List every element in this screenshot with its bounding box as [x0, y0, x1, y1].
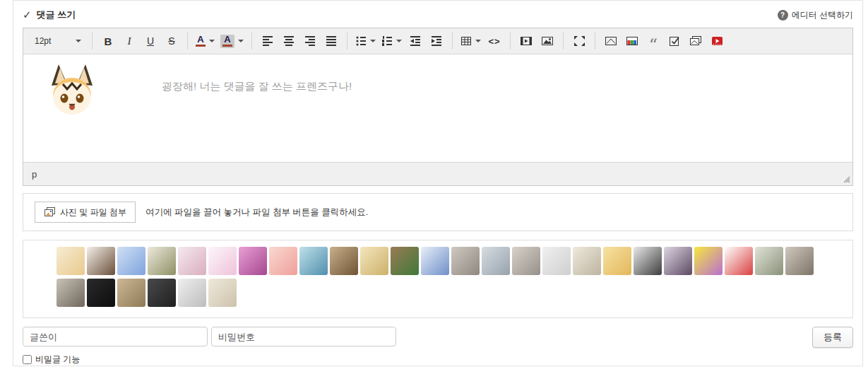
panel-header: ✓ 댓글 쓰기 ? 에디터 선택하기 — [23, 6, 853, 23]
toolbar-separator — [251, 33, 252, 49]
emoticon-target-stamp[interactable] — [725, 247, 753, 275]
serval-avatar-image — [49, 63, 95, 117]
emoticon-raccoon-closeup[interactable] — [57, 279, 85, 307]
emoticon-manga-crying-face[interactable] — [178, 279, 206, 307]
check-icon: ✓ — [23, 8, 32, 21]
emoticon-brown-haired-girl[interactable] — [87, 247, 115, 275]
align-left-icon — [262, 35, 273, 47]
emoticon-standing-dog[interactable] — [208, 279, 237, 307]
toolbar-separator — [510, 33, 511, 49]
emoticon-raccoon-standing[interactable] — [785, 247, 814, 275]
emoticon-white-hair-character[interactable] — [542, 247, 571, 275]
image-icon — [541, 35, 554, 47]
toolbar-separator — [563, 33, 564, 49]
indent-button[interactable] — [429, 32, 444, 50]
emoticon-blonde-girl-text[interactable] — [57, 247, 85, 275]
emoticon-cat-with-paw[interactable] — [512, 247, 540, 275]
photo-stack-button[interactable] — [688, 32, 703, 50]
emoticon-sleeping-girl[interactable] — [421, 247, 449, 275]
bullet-list-button[interactable] — [355, 32, 376, 50]
font-size-select[interactable]: 12pt — [32, 32, 84, 50]
video-service-button[interactable] — [709, 32, 725, 50]
emoticon-yelling-blonde[interactable] — [360, 247, 388, 275]
code-button[interactable]: <> — [487, 32, 502, 50]
secret-post-checkbox[interactable] — [23, 355, 32, 364]
editor-content-area[interactable]: 굉장해! 너는 댓글을 잘 쓰는 프렌즈구나! — [23, 54, 852, 162]
resize-grip[interactable] — [841, 174, 850, 183]
font-color-icon: A — [196, 35, 206, 47]
align-center-button[interactable] — [281, 32, 297, 50]
emoticon-black-cat[interactable] — [87, 279, 115, 307]
red-video-icon — [711, 35, 723, 47]
task-check-button[interactable] — [667, 32, 682, 50]
emoticon-old-man-painting[interactable] — [330, 247, 358, 275]
submit-button[interactable]: 등록 — [812, 327, 853, 348]
font-color-button[interactable]: A — [196, 32, 215, 50]
align-center-icon — [283, 35, 295, 47]
emoticon-cat-face[interactable] — [451, 247, 480, 275]
color-image-button[interactable] — [624, 32, 640, 50]
emoticon-dog-photo[interactable] — [117, 279, 145, 307]
emoticon-knight-with-flower[interactable] — [755, 247, 783, 275]
emoticon-lying-catgirl[interactable] — [573, 247, 601, 275]
chevron-down-icon — [238, 40, 244, 42]
secret-post-option[interactable]: 비밀글 기능 — [23, 354, 853, 366]
italic-button[interactable]: I — [121, 32, 137, 50]
table-button[interactable] — [460, 32, 481, 50]
toolbar-separator — [187, 33, 188, 49]
emoticon-section — [23, 240, 853, 318]
fullscreen-button[interactable] — [571, 32, 587, 50]
emoticon-manga-knight[interactable] — [634, 247, 662, 275]
emoticon-jireum-triangle[interactable] — [148, 279, 176, 307]
bullet-list-icon — [355, 35, 367, 47]
numbered-list-icon — [381, 35, 393, 47]
chevron-down-icon — [475, 40, 481, 42]
author-input[interactable] — [23, 327, 208, 346]
fullscreen-icon — [573, 35, 585, 47]
chevron-down-icon — [396, 40, 402, 42]
strikethrough-button[interactable]: S — [164, 32, 179, 50]
emoticon-magenta-bug-girl[interactable] — [239, 247, 267, 275]
highlight-color-button[interactable]: A — [220, 32, 244, 50]
photo-attach-icon — [44, 206, 56, 218]
chevron-down-icon — [76, 40, 81, 42]
align-right-button[interactable] — [302, 32, 318, 50]
rich-text-editor: 12pt B I U S A A — [23, 28, 853, 186]
comment-form-row: 등록 — [23, 327, 853, 348]
emoticon-olive-hair-girl[interactable] — [148, 247, 176, 275]
bold-button[interactable]: B — [100, 32, 116, 50]
blockquote-button[interactable]: “ — [646, 28, 661, 54]
align-left-button[interactable] — [260, 32, 275, 50]
emoticon-fish[interactable] — [482, 247, 510, 275]
panel-title-wrap: ✓ 댓글 쓰기 — [23, 8, 76, 21]
toolbar-separator — [92, 33, 93, 49]
editor-select-link[interactable]: ? 에디터 선택하기 — [778, 9, 853, 21]
emoticon-pink-headphones-girl[interactable] — [178, 247, 206, 275]
emoticon-blue-hair-boy[interactable] — [299, 247, 328, 275]
media-icon — [520, 35, 533, 47]
outdent-icon — [410, 35, 421, 47]
emoticon-blue-mecha[interactable] — [117, 247, 145, 275]
outdent-button[interactable] — [408, 32, 423, 50]
toolbar-separator — [595, 33, 595, 49]
emoticon-purple-hair-girl[interactable] — [664, 247, 692, 275]
image-placeholder-button[interactable] — [603, 32, 619, 50]
emoticon-shocked-girl[interactable] — [694, 247, 723, 275]
password-input[interactable] — [211, 327, 396, 346]
emoticon-white-pink-sticker[interactable] — [208, 247, 237, 275]
emoticon-crying-blonde[interactable] — [603, 247, 631, 275]
editor-status-bar: p — [23, 162, 852, 185]
attach-file-button[interactable]: 사진 및 파일 첨부 — [35, 202, 136, 223]
attach-hint-text: 여기에 파일을 끌어 놓거나 파일 첨부 버튼을 클릭하세요. — [145, 206, 368, 219]
checkbox-icon — [669, 35, 680, 47]
align-justify-button[interactable] — [323, 32, 339, 50]
insert-image-button[interactable] — [540, 32, 555, 50]
emoticon-hamster-with-text[interactable] — [391, 247, 419, 275]
underline-button[interactable]: U — [143, 32, 158, 50]
editor-toolbar: 12pt B I U S A A — [23, 28, 852, 54]
numbered-list-button[interactable] — [381, 32, 402, 50]
chevron-down-icon — [370, 40, 376, 42]
media-embed-button[interactable] — [518, 32, 534, 50]
emoticon-pink-hair-girl[interactable] — [269, 247, 297, 275]
highlight-color-icon: A — [220, 35, 234, 48]
